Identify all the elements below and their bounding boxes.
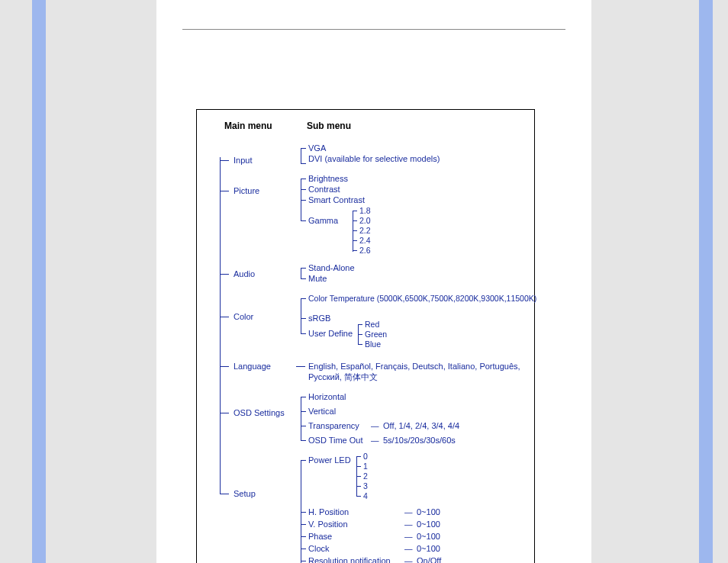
tree-tick: [301, 440, 306, 441]
main-item-osd: OSD Settings: [234, 407, 285, 418]
tree-tick: [356, 486, 361, 487]
power-led-val: 2: [363, 471, 368, 481]
language-list-1: English, Español, Français, Deutsch, Ita…: [308, 361, 520, 372]
viewport: Main menu Sub menu Input VGA DVI (availa…: [0, 0, 728, 563]
main-item-input: Input: [234, 155, 252, 166]
document-page: Main menu Sub menu Input VGA DVI (availa…: [156, 0, 591, 563]
tree-tick: [301, 512, 306, 513]
tree-tick: [356, 466, 361, 467]
setup-clock-val: 0~100: [417, 543, 440, 554]
tree-tick: [301, 397, 306, 397]
tree-connector: [353, 211, 353, 252]
tree-tick: [301, 200, 306, 201]
power-led-val: 1: [363, 461, 368, 471]
tree-tick: [356, 476, 361, 477]
sub-item-osd-timeout: OSD Time Out: [308, 435, 363, 446]
tree-tick: [220, 413, 229, 413]
tree-tick: [353, 250, 357, 251]
tree-tick: [358, 324, 362, 325]
sub-item-stand-alone: Stand-Alone: [308, 262, 355, 273]
tree-tick: [301, 148, 306, 149]
sub-item-color-temp: Color Temperature (5000K,6500K,7500K,820…: [308, 293, 536, 304]
tree-tick: [301, 561, 306, 561]
power-led-val: 3: [363, 481, 368, 491]
main-item-picture: Picture: [234, 185, 259, 196]
tree-tick: [301, 536, 306, 537]
main-item-color: Color: [234, 311, 253, 322]
setup-v-position-val: 0~100: [417, 519, 440, 529]
tree-tick: [301, 179, 306, 179]
sub-item-vga: VGA: [308, 143, 326, 153]
power-led-val: 4: [363, 491, 368, 501]
tree-tick: [301, 426, 306, 426]
sub-item-gamma: Gamma: [308, 215, 338, 226]
main-item-audio: Audio: [234, 269, 255, 279]
sub-item-brightness: Brightness: [308, 173, 348, 184]
tree-spine: [220, 157, 221, 494]
userdef-green: Green: [365, 329, 387, 339]
tree-tick: [301, 220, 306, 221]
tree-tick: [353, 240, 357, 241]
tree-tick: [220, 274, 229, 275]
tree-tick: [301, 333, 306, 334]
setup-phase: Phase: [308, 531, 332, 542]
decor-stripe-right: [699, 0, 713, 563]
tree-tick: [301, 524, 306, 525]
tree-tick: [358, 334, 362, 335]
tree-tick: [220, 494, 229, 494]
setup-h-position: H. Position: [308, 507, 349, 517]
tree-tick: [301, 460, 306, 461]
tree-tick: [358, 344, 362, 345]
transparency-values: Off, 1/4, 2/4, 3/4, 4/4: [383, 420, 459, 431]
setup-phase-val: 0~100: [417, 531, 440, 542]
main-item-language: Language: [234, 361, 271, 372]
tree-tick: [301, 189, 306, 190]
tree-tick: [301, 163, 306, 164]
gamma-value: 2.2: [359, 225, 371, 236]
dash: —: [404, 555, 413, 563]
sub-item-vertical: Vertical: [308, 406, 336, 417]
tree-tick: [220, 160, 229, 161]
sub-item-mute: Mute: [308, 273, 327, 284]
tree-tick: [356, 456, 361, 457]
sub-item-smart-contrast: Smart Contrast: [308, 195, 365, 205]
setup-res-notif-val: On/Off: [417, 555, 441, 563]
header-main-menu: Main menu: [224, 121, 272, 131]
gamma-value: 2.6: [359, 245, 371, 256]
userdef-blue: Blue: [365, 339, 381, 349]
sub-item-contrast: Contrast: [308, 184, 340, 195]
tree-tick: [220, 317, 229, 317]
gamma-value: 2.4: [359, 235, 371, 246]
setup-res-notif: Resolution notification: [308, 555, 391, 563]
dash: —: [404, 531, 413, 542]
sub-item-horizontal: Horizontal: [308, 391, 346, 402]
dash: —: [404, 519, 413, 529]
tree-tick: [353, 211, 357, 211]
tree-tick: [353, 220, 357, 221]
tree-tick: [353, 230, 357, 231]
tree-tick: [301, 318, 306, 319]
sub-item-srgb: sRGB: [308, 313, 330, 323]
dash: —: [371, 435, 379, 446]
sub-item-dvi: DVI (available for selective models): [308, 153, 440, 164]
horizontal-rule: [182, 29, 565, 30]
setup-h-position-val: 0~100: [417, 507, 440, 517]
sub-item-transparency: Transparency: [308, 420, 359, 431]
timeout-values: 5s/10s/20s/30s/60s: [383, 435, 456, 446]
gamma-value: 1.8: [359, 205, 371, 216]
tree-tick: [301, 278, 306, 279]
tree-connector: [301, 148, 301, 163]
tree-connector: [301, 268, 301, 278]
tree-tick: [301, 268, 306, 269]
tree-tick: [301, 298, 306, 299]
osd-menu-diagram: Main menu Sub menu Input VGA DVI (availa…: [196, 109, 535, 563]
language-list-2: Русский, 简体中文: [308, 372, 378, 382]
dash: —: [404, 543, 413, 554]
sub-item-user-define: User Define: [308, 328, 353, 339]
tree-tick: [301, 411, 306, 412]
tree-connector: [301, 298, 301, 333]
tree-tick: [356, 496, 361, 497]
setup-clock: Clock: [308, 543, 330, 554]
tree-tick: [220, 191, 229, 191]
gamma-value: 2.0: [359, 215, 371, 226]
